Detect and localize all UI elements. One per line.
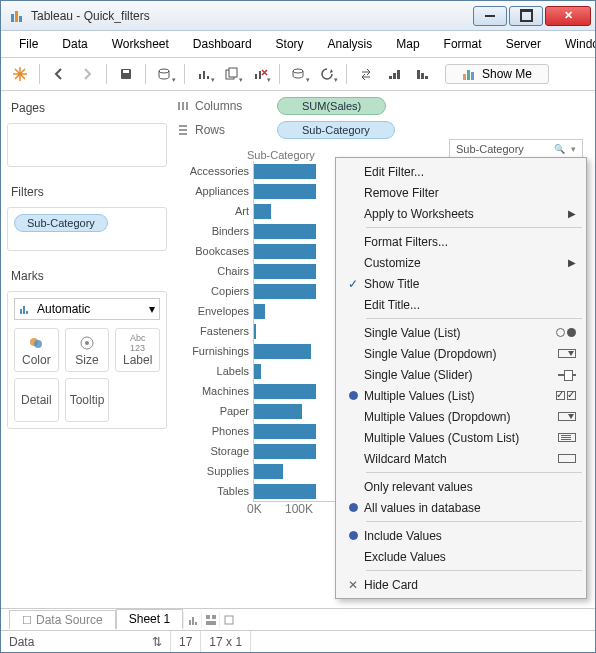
pages-shelf[interactable] bbox=[7, 123, 167, 167]
menu-format[interactable]: Format bbox=[434, 35, 492, 53]
marks-label: Marks bbox=[7, 265, 167, 291]
showme-button[interactable]: Show Me bbox=[445, 64, 549, 84]
menu-story[interactable]: Story bbox=[266, 35, 314, 53]
svg-rect-20 bbox=[463, 74, 466, 80]
menu-server[interactable]: Server bbox=[496, 35, 551, 53]
new-story-tab-icon[interactable] bbox=[219, 612, 237, 628]
ctx-single-value-list[interactable]: Single Value (List) bbox=[338, 322, 584, 343]
chart-row-label: Appliances bbox=[195, 181, 249, 201]
chart-row-label: Supplies bbox=[207, 461, 249, 481]
app-icon bbox=[9, 8, 25, 24]
svg-rect-25 bbox=[26, 311, 28, 314]
column-pill-sum-sales[interactable]: SUM(Sales) bbox=[277, 97, 386, 115]
ctx-multiple-values-list[interactable]: Multiple Values (List) bbox=[338, 385, 584, 406]
duplicate-button[interactable]: ▾ bbox=[219, 62, 245, 86]
ctx-edit-title[interactable]: Edit Title... bbox=[338, 294, 584, 315]
svg-rect-37 bbox=[192, 617, 194, 625]
ctx-customize[interactable]: Customize▶ bbox=[338, 252, 584, 273]
svg-rect-1 bbox=[15, 11, 18, 22]
tab-sheet1[interactable]: Sheet 1 bbox=[116, 609, 183, 630]
autoupdate-button[interactable]: ▾ bbox=[286, 62, 312, 86]
mark-type-selector[interactable]: Automatic ▾ bbox=[14, 298, 160, 320]
ctx-wildcard-match[interactable]: Wildcard Match bbox=[338, 448, 584, 469]
filter-quick-card[interactable]: Sub-Category 🔍 ▾ bbox=[449, 139, 583, 159]
marks-label[interactable]: Abc123Label bbox=[115, 328, 160, 372]
svg-rect-32 bbox=[186, 102, 188, 110]
menu-dashboard[interactable]: Dashboard bbox=[183, 35, 262, 53]
window-titlebar: Tableau - Quick_filters bbox=[1, 1, 595, 31]
ctx-single-value-slider[interactable]: Single Value (Slider) bbox=[338, 364, 584, 385]
menu-window[interactable]: Window bbox=[555, 35, 596, 53]
sort-icon: ⇅ bbox=[152, 635, 162, 649]
filter-context-menu: Edit Filter... Remove Filter Apply to Wo… bbox=[335, 157, 587, 599]
svg-rect-15 bbox=[393, 73, 396, 79]
ctx-remove-filter[interactable]: Remove Filter bbox=[338, 182, 584, 203]
svg-rect-36 bbox=[189, 620, 191, 625]
forward-button[interactable] bbox=[74, 62, 100, 86]
svg-rect-12 bbox=[259, 71, 261, 79]
chart-row-label: Labels bbox=[217, 361, 249, 381]
row-pill-subcategory[interactable]: Sub-Category bbox=[277, 121, 395, 139]
filter-dropdown-icon[interactable]: ▾ bbox=[566, 142, 580, 156]
ctx-apply-worksheets[interactable]: Apply to Worksheets▶ bbox=[338, 203, 584, 224]
filter-pill-subcategory[interactable]: Sub-Category bbox=[14, 214, 108, 232]
marks-tooltip[interactable]: Tooltip bbox=[65, 378, 110, 422]
status-data[interactable]: Data⇅ bbox=[1, 631, 171, 652]
sort-desc-button[interactable] bbox=[409, 62, 435, 86]
swap-button[interactable] bbox=[353, 62, 379, 86]
ctx-multiple-values-dropdown[interactable]: Multiple Values (Dropdown) bbox=[338, 406, 584, 427]
ctx-edit-filter[interactable]: Edit Filter... bbox=[338, 161, 584, 182]
filter-card-title: Sub-Category bbox=[456, 143, 552, 155]
chart-row-label: Chairs bbox=[217, 261, 249, 281]
svg-rect-17 bbox=[417, 70, 420, 79]
ctx-show-title[interactable]: ✓Show Title bbox=[338, 273, 584, 294]
ctx-exclude-values[interactable]: Exclude Values bbox=[338, 546, 584, 567]
menu-map[interactable]: Map bbox=[386, 35, 429, 53]
menu-worksheet[interactable]: Worksheet bbox=[102, 35, 179, 53]
filters-shelf[interactable]: Sub-Category bbox=[7, 207, 167, 251]
svg-rect-10 bbox=[229, 68, 237, 77]
ctx-hide-card[interactable]: ✕Hide Card bbox=[338, 574, 584, 595]
filters-shelf-label: Filters bbox=[7, 181, 167, 207]
save-button[interactable] bbox=[113, 62, 139, 86]
svg-rect-2 bbox=[19, 16, 22, 22]
new-dashboard-tab-icon[interactable] bbox=[201, 612, 219, 628]
status-rowcol: 17 x 1 bbox=[201, 631, 251, 652]
chart-row-label: Machines bbox=[202, 381, 249, 401]
new-worksheet-tab-icon[interactable] bbox=[183, 612, 201, 628]
new-worksheet-button[interactable]: ▾ bbox=[191, 62, 217, 86]
ctx-only-relevant[interactable]: Only relevant values bbox=[338, 476, 584, 497]
window-minimize-button[interactable] bbox=[473, 6, 507, 26]
svg-rect-35 bbox=[179, 133, 187, 135]
svg-rect-23 bbox=[20, 309, 22, 314]
ctx-format-filters[interactable]: Format Filters... bbox=[338, 231, 584, 252]
menu-analysis[interactable]: Analysis bbox=[318, 35, 383, 53]
window-maximize-button[interactable] bbox=[509, 6, 543, 26]
svg-rect-24 bbox=[23, 306, 25, 314]
svg-rect-38 bbox=[195, 622, 197, 625]
marks-size[interactable]: Size bbox=[65, 328, 110, 372]
ctx-multiple-values-custom[interactable]: Multiple Values (Custom List) bbox=[338, 427, 584, 448]
marks-detail[interactable]: Detail bbox=[14, 378, 59, 422]
sort-asc-button[interactable] bbox=[381, 62, 407, 86]
tab-data-source[interactable]: ☐ Data Source bbox=[9, 610, 116, 629]
marks-color[interactable]: Color bbox=[14, 328, 59, 372]
chart-row-label: Envelopes bbox=[198, 301, 249, 321]
svg-rect-16 bbox=[397, 70, 400, 79]
svg-rect-19 bbox=[425, 76, 428, 79]
chart-row-label: Phones bbox=[212, 421, 249, 441]
new-datasource-button[interactable]: ▾ bbox=[152, 62, 178, 86]
window-close-button[interactable] bbox=[545, 6, 591, 26]
run-button[interactable]: ▾ bbox=[314, 62, 340, 86]
ctx-single-value-dropdown[interactable]: Single Value (Dropdown) bbox=[338, 343, 584, 364]
clear-button[interactable]: ▾ bbox=[247, 62, 273, 86]
filter-search-icon[interactable]: 🔍 bbox=[552, 142, 566, 156]
chart-row-label: Paper bbox=[220, 401, 249, 421]
menu-file[interactable]: File bbox=[9, 35, 48, 53]
tableau-logo-icon[interactable] bbox=[7, 62, 33, 86]
back-button[interactable] bbox=[46, 62, 72, 86]
menu-data[interactable]: Data bbox=[52, 35, 97, 53]
ctx-all-values-db[interactable]: All values in database bbox=[338, 497, 584, 518]
ctx-include-values[interactable]: Include Values bbox=[338, 525, 584, 546]
svg-rect-34 bbox=[179, 129, 187, 131]
